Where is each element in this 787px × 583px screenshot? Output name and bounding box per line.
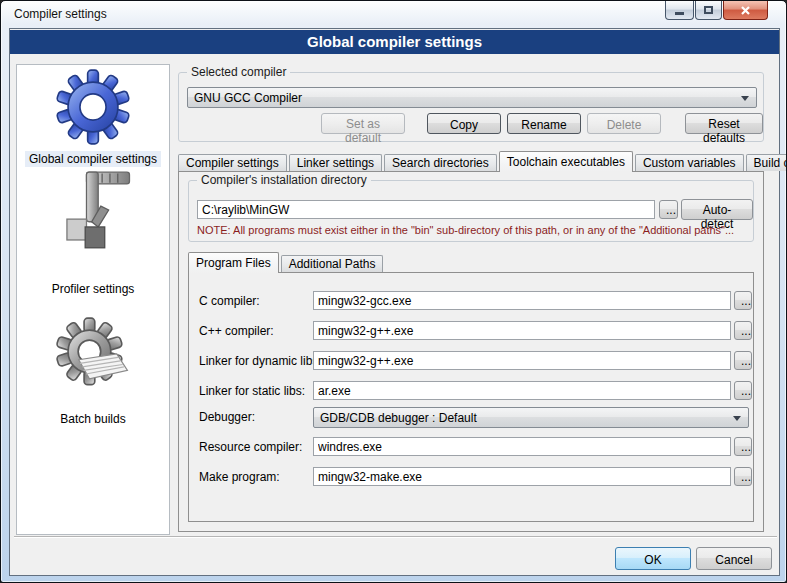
field-label: Debugger: [199, 410, 255, 424]
field-label: Linker for static libs: [199, 384, 305, 398]
close-icon [740, 5, 751, 16]
field-label: Linker for dynamic libs: [199, 354, 322, 368]
make-program-input[interactable] [313, 467, 731, 486]
selected-compiler-legend: Selected compiler [187, 65, 290, 79]
sidebar-item-global-compiler-settings[interactable]: Global compiler settings [17, 69, 169, 167]
delete-button[interactable]: Delete [587, 113, 661, 134]
installation-note: NOTE: All programs must exist either in … [197, 224, 734, 236]
field-label: C++ compiler: [199, 324, 274, 338]
gray-gear-builds-icon [55, 317, 131, 393]
compiler-select[interactable]: GNU GCC Compiler [187, 87, 757, 108]
dynamic-linker-input[interactable] [313, 351, 731, 370]
cancel-button[interactable]: Cancel [696, 547, 772, 570]
compiler-settings-window: Compiler settings Global compiler settin… [0, 0, 787, 583]
sidebar-item-label: Profiler settings [48, 281, 139, 297]
browse-button[interactable]: ... [734, 291, 752, 310]
window-title: Compiler settings [14, 7, 107, 21]
browse-directory-button[interactable]: ... [659, 200, 678, 219]
close-button[interactable] [723, 1, 768, 20]
blue-gear-icon [55, 69, 131, 145]
footer-divider [14, 536, 777, 538]
browse-button[interactable]: ... [734, 381, 752, 400]
compiler-select-value: GNU GCC Compiler [194, 91, 302, 105]
sidebar-item-profiler-settings[interactable]: Profiler settings [17, 167, 169, 297]
tab-build-options[interactable]: Build options [746, 154, 787, 171]
reset-defaults-button[interactable]: Reset defaults [685, 113, 763, 134]
page-title: Global compiler settings [10, 30, 779, 54]
debugger-select-value: GDB/CDB debugger : Default [320, 411, 477, 425]
ok-button[interactable]: OK [615, 547, 691, 570]
browse-button[interactable]: ... [734, 437, 752, 456]
settings-tabs: Compiler settings Linker settings Search… [178, 151, 772, 171]
tab-linker-settings[interactable]: Linker settings [289, 154, 382, 171]
sidebar-item-label: Global compiler settings [25, 151, 161, 167]
caliper-icon [51, 167, 135, 253]
sidebar-item-batch-builds[interactable]: Batch builds [17, 317, 169, 427]
maximize-button[interactable] [695, 1, 722, 20]
copy-button[interactable]: Copy [427, 113, 501, 134]
titlebar[interactable]: Compiler settings [1, 1, 786, 28]
program-files-tabs: Program Files Additional Paths [188, 252, 754, 272]
installation-directory-input[interactable] [197, 200, 655, 219]
cpp-compiler-input[interactable] [313, 321, 731, 340]
minimize-icon [675, 12, 684, 15]
dialog-body: Global compiler settings [9, 28, 780, 576]
browse-button[interactable]: ... [734, 321, 752, 340]
set-as-default-button[interactable]: Set as default [321, 113, 405, 134]
chevron-down-icon [741, 96, 749, 101]
browse-button[interactable]: ... [734, 467, 752, 486]
chevron-down-icon [733, 416, 741, 421]
program-files-panel: C compiler: ... C++ compiler: ... Linker… [188, 272, 754, 522]
installation-directory-legend: Compiler's installation directory [197, 173, 371, 187]
sidebar-item-label: Batch builds [56, 411, 129, 427]
window-controls [664, 1, 768, 20]
static-linker-input[interactable] [313, 381, 731, 400]
tab-custom-variables[interactable]: Custom variables [635, 154, 744, 171]
field-label: Resource compiler: [199, 440, 302, 454]
field-label: C compiler: [199, 294, 260, 308]
tab-search-directories[interactable]: Search directories [384, 154, 497, 171]
settings-category-sidebar: Global compiler settings Profiler settin… [16, 64, 170, 535]
debugger-select[interactable]: GDB/CDB debugger : Default [313, 407, 749, 428]
field-label: Make program: [199, 470, 280, 484]
tab-program-files[interactable]: Program Files [188, 252, 279, 273]
browse-button[interactable]: ... [734, 351, 752, 370]
c-compiler-input[interactable] [313, 291, 731, 310]
tab-compiler-settings[interactable]: Compiler settings [178, 154, 287, 171]
installation-directory-group: Compiler's installation directory ... Au… [188, 180, 754, 242]
minimize-button[interactable] [665, 1, 694, 20]
resource-compiler-input[interactable] [313, 437, 731, 456]
tab-additional-paths[interactable]: Additional Paths [281, 255, 384, 272]
maximize-icon [704, 6, 713, 14]
tab-toolchain-executables[interactable]: Toolchain executables [499, 151, 633, 172]
selected-compiler-group: Selected compiler GNU GCC Compiler Set a… [178, 72, 764, 142]
rename-button[interactable]: Rename [507, 113, 581, 134]
auto-detect-button[interactable]: Auto-detect [681, 199, 753, 220]
